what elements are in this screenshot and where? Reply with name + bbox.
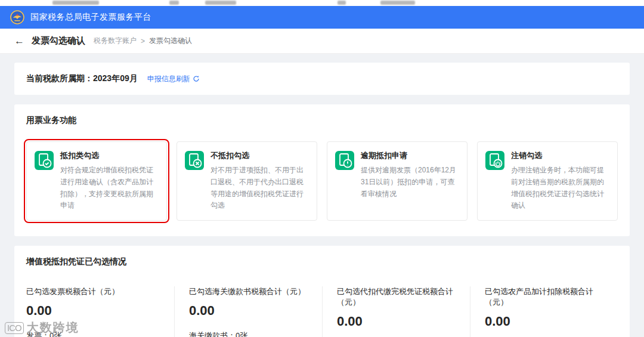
function-card-title: 逾期抵扣申请 bbox=[361, 150, 460, 161]
function-card-desc: 提供对逾期发票（2016年12月31日以前）抵扣的申请，可查看审核情况 bbox=[361, 165, 460, 200]
breadcrumb-current: 发票勾选确认 bbox=[149, 36, 192, 46]
stat-value: 0.00 bbox=[26, 303, 167, 319]
summary-stats-grid: 已勾选发票税额合计（元） 0.00 发票：0张 - 已勾选海关缴款书税额合计（元… bbox=[26, 286, 618, 337]
stat-customs-payment-tax-total: 已勾选海关缴款书税额合计（元） 0.00 海关缴款书：0张 - bbox=[174, 286, 322, 337]
tax-platform-logo-icon bbox=[10, 10, 25, 25]
function-card-desc: 对符合规定的增值税扣税凭证进行用途确认（含农产品加计扣除），支持变更税款所属期申… bbox=[60, 165, 159, 212]
stat-value: 0.00 bbox=[485, 314, 611, 329]
function-card-deduction-selection[interactable]: 抵扣类勾选 对符合规定的增值税扣税凭证进行用途确认（含农产品加计扣除），支持变更… bbox=[26, 141, 167, 221]
function-card-overdue-deduction-apply[interactable]: 逾期抵扣申请 提供对逾期发票（2016年12月31日以前）抵扣的申请，可查看审核… bbox=[327, 141, 467, 221]
invoice-functions-section: 用票业务功能 抵扣类勾选 对符合规定的增值税扣税凭证进行用途确认（含农产品加计扣… bbox=[14, 104, 630, 236]
function-card-deregistration-selection[interactable]: 注销勾选 办理注销业务时，本功能可提前对注销当期的税款所属期的增值税扣税凭证进行… bbox=[477, 141, 618, 221]
breadcrumb-parent[interactable]: 税务数字账户 bbox=[94, 36, 137, 46]
stat-withholding-certificate-tax-total: 已勾选代扣代缴完税凭证税额合计（元） 0.00 代扣代缴完税凭证：0张 - bbox=[322, 286, 470, 337]
stat-value: 0.00 bbox=[337, 314, 463, 329]
edge-artifact bbox=[169, 1, 179, 5]
stat-label: 已勾选发票税额合计（元） bbox=[26, 286, 167, 297]
tax-period-label: 当前税款所属期：2023年09月 bbox=[26, 73, 138, 84]
stat-label: 已勾选代扣代缴完税凭证税额合计（元） bbox=[337, 286, 463, 308]
non-deduction-selection-icon bbox=[184, 150, 205, 171]
stat-value: 0.00 bbox=[189, 303, 315, 319]
function-card-desc: 对不用于进项抵扣、不用于出口退税、不用于代办出口退税等用途的增值税扣税凭证进行勾… bbox=[210, 165, 309, 212]
screen-edge-artifact-strip bbox=[0, 0, 644, 6]
app-title: 国家税务总局电子发票服务平台 bbox=[30, 12, 151, 23]
stat-detail: 海关缴款书：0张 bbox=[189, 330, 315, 337]
page-title: 发票勾选确认 bbox=[32, 35, 85, 47]
function-card-title: 抵扣类勾选 bbox=[60, 150, 159, 161]
breadcrumb-bar: ← 发票勾选确认 税务数字账户 > 发票勾选确认 bbox=[0, 29, 644, 54]
stat-invoice-tax-total: 已勾选发票税额合计（元） 0.00 发票：0张 - bbox=[26, 286, 174, 337]
breadcrumb-separator: > bbox=[141, 37, 145, 45]
refresh-icon bbox=[193, 75, 200, 82]
stat-label: 已勾选农产品加计扣除税额合计（元） bbox=[485, 286, 611, 308]
stat-label: 已勾选海关缴款书税额合计（元） bbox=[189, 286, 315, 297]
function-card-title: 注销勾选 bbox=[511, 150, 610, 161]
refresh-link-label: 申报信息刷新 bbox=[147, 74, 190, 84]
stat-detail: 发票：0张 bbox=[26, 330, 167, 337]
summary-section-title: 增值税抵扣凭证已勾选情况 bbox=[26, 256, 618, 267]
vat-deduction-summary-section: 增值税抵扣凭证已勾选情况 已勾选发票税额合计（元） 0.00 发票：0张 - 已… bbox=[14, 246, 630, 337]
functions-section-title: 用票业务功能 bbox=[26, 115, 618, 126]
app-header: 国家税务总局电子发票服务平台 bbox=[0, 6, 644, 29]
function-card-desc: 办理注销业务时，本功能可提前对注销当期的税款所属期的增值税扣税凭证进行勾选统计确… bbox=[511, 165, 610, 212]
breadcrumb: 税务数字账户 > 发票勾选确认 bbox=[94, 36, 192, 46]
tax-period-card: 当前税款所属期：2023年09月 申报信息刷新 bbox=[14, 63, 630, 95]
stat-agri-product-extra-deduction-total: 已勾选农产品加计扣除税额合计（元） 0.00 发票：0张 海关缴款书：0张 bbox=[470, 286, 618, 337]
function-card-grid: 抵扣类勾选 对符合规定的增值税扣税凭证进行用途确认（含农产品加计扣除），支持变更… bbox=[26, 141, 618, 221]
function-card-title: 不抵扣勾选 bbox=[210, 150, 309, 161]
main-content: 当前税款所属期：2023年09月 申报信息刷新 用票业务功能 bbox=[0, 54, 644, 337]
edge-artifact bbox=[205, 1, 236, 5]
refresh-declaration-link[interactable]: 申报信息刷新 bbox=[147, 74, 200, 84]
edge-artifact bbox=[338, 1, 346, 5]
back-arrow-icon[interactable]: ← bbox=[14, 35, 24, 47]
edge-artifact bbox=[52, 1, 99, 5]
overdue-deduction-icon bbox=[335, 150, 355, 171]
deregistration-selection-icon bbox=[485, 150, 505, 171]
edge-artifact bbox=[380, 1, 415, 5]
deduction-selection-icon bbox=[34, 150, 54, 171]
function-card-non-deduction-selection[interactable]: 不抵扣勾选 对不用于进项抵扣、不用于出口退税、不用于代办出口退税等用途的增值税扣… bbox=[177, 141, 317, 221]
